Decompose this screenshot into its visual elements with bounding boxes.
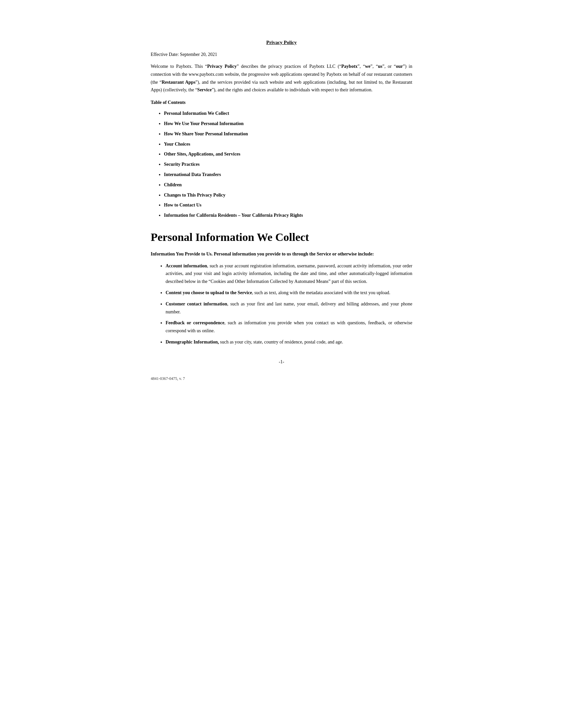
toc-item: Children	[164, 180, 412, 190]
toc-item: Other Sites, Applications, and Services	[164, 149, 412, 159]
toc-item: How We Share Your Personal Information	[164, 129, 412, 139]
page-number: -1-	[151, 359, 412, 365]
bullet-list-section1: Account information, such as your accoun…	[151, 262, 412, 346]
toc-item: Personal Information We Collect	[164, 109, 412, 119]
toc-item: How We Use Your Personal Information	[164, 119, 412, 129]
toc-item: Information for California Residents – Y…	[164, 210, 412, 221]
list-item: Demographic Information, such as your ci…	[165, 338, 412, 346]
toc-list: Personal Information We Collect How We U…	[151, 109, 412, 221]
term-label: Customer contact information	[165, 301, 227, 306]
list-item: Customer contact information, such as yo…	[165, 300, 412, 316]
toc-title: Table of Contents	[151, 100, 412, 105]
toc-item: Security Practices	[164, 159, 412, 170]
toc-item: Your Choices	[164, 139, 412, 150]
toc-item: Changes to This Privacy Policy	[164, 190, 412, 201]
list-item: Content you choose to upload to the Serv…	[165, 289, 412, 297]
footer-code: 4841-0367-0475, v. 7	[151, 376, 185, 381]
toc-item: International Data Transfers	[164, 170, 412, 180]
term-label: Demographic Information,	[165, 340, 219, 344]
list-item: Account information, such as your accoun…	[165, 262, 412, 286]
page-title: Privacy Policy	[151, 40, 412, 45]
term-label: Feedback or correspondence	[165, 320, 224, 325]
effective-date: Effective Date: September 20, 2021	[151, 52, 412, 57]
term-label: Account information	[165, 263, 207, 268]
section1-heading: Personal Information We Collect	[151, 231, 412, 244]
list-item: Feedback or correspondence, such as info…	[165, 319, 412, 335]
page-container: Privacy Policy Effective Date: September…	[124, 0, 439, 391]
intro-paragraph: Welcome to Paybotx. This “Privacy Policy…	[151, 63, 412, 94]
subsection1-title: Information You Provide to Us. Personal …	[151, 250, 412, 258]
toc-item: How to Contact Us	[164, 200, 412, 210]
term-label: Content you choose to upload to the Serv…	[165, 290, 252, 295]
